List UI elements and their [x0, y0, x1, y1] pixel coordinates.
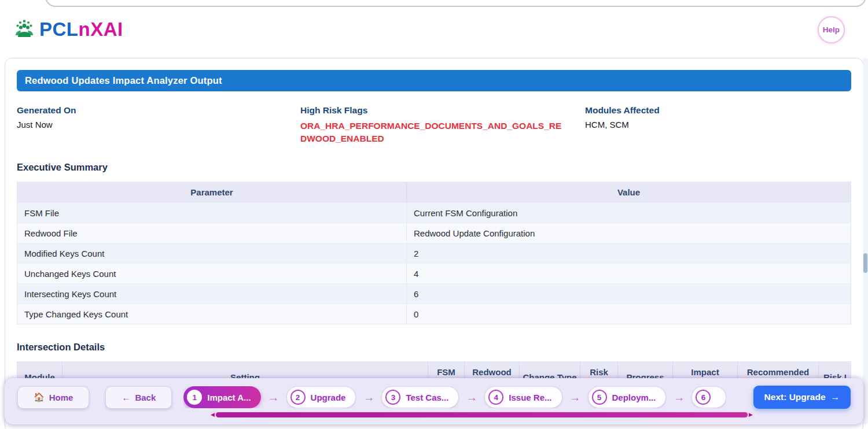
- step-impact-analysis[interactable]: 1 Impact A...: [183, 386, 260, 408]
- home-icon: 🏠: [34, 392, 45, 402]
- table-row: Intersecting Keys Count 6: [17, 283, 851, 304]
- intersection-details-heading: Intersection Details: [17, 342, 851, 353]
- executive-summary-table: Parameter Value FSM File Current FSM Con…: [17, 182, 851, 324]
- step-upgrade[interactable]: 2 Upgrade: [286, 386, 356, 408]
- page-vertical-scrollbar[interactable]: [863, 58, 868, 424]
- logo-text: PCLnXAI: [39, 19, 123, 40]
- next-button-label: Next: Upgrade: [764, 392, 826, 402]
- meta-label: Generated On: [17, 105, 300, 116]
- executive-summary-heading: Executive Summary: [17, 162, 851, 173]
- meta-value: HCM, SCM: [585, 120, 851, 130]
- step-label: Issue Re...: [509, 393, 551, 402]
- app-header: PCLnXAI Help: [0, 6, 868, 53]
- footer-button-row: 🏠 Home ← Back 1 Impact A... → 2 Upgrade …: [17, 386, 851, 409]
- home-button-label: Home: [49, 393, 73, 402]
- step-deployment[interactable]: 5 Deploym...: [588, 386, 667, 408]
- step-arrow-icon: →: [466, 391, 477, 404]
- step-test-cases[interactable]: 3 Test Cas...: [381, 386, 459, 408]
- app-logo: PCLnXAI: [13, 18, 123, 41]
- scroll-right-arrow-icon[interactable]: ▶: [749, 412, 753, 417]
- logo-text-secondary: nXAI: [79, 19, 123, 40]
- help-button[interactable]: Help: [818, 16, 845, 43]
- summary-cell-value: 6: [406, 284, 851, 304]
- step-label: Test Cas...: [406, 393, 448, 402]
- summary-table-header: Parameter Value: [17, 182, 851, 202]
- step-arrow-icon: →: [268, 391, 279, 404]
- step-number: 1: [187, 390, 202, 405]
- meta-value: Just Now: [17, 120, 300, 130]
- stepper-scrollbar-thumb[interactable]: [216, 412, 748, 417]
- meta-high-risk-flags: High Risk Flags ORA_HRA_PERFORMANCE_DOCU…: [300, 105, 585, 145]
- stepper-scrollbar[interactable]: ◀ ▶: [209, 411, 754, 418]
- meta-label: Modules Affected: [585, 105, 851, 116]
- step-issue-resolution[interactable]: 4 Issue Re...: [484, 386, 562, 408]
- meta-generated-on: Generated On Just Now: [17, 105, 300, 145]
- back-button-label: Back: [135, 393, 156, 402]
- report-title-bar: Redwood Updates Impact Analyzer Output: [17, 70, 851, 91]
- summary-cell-value: 2: [406, 243, 851, 263]
- summary-header-parameter: Parameter: [17, 182, 406, 202]
- step-arrow-icon: →: [569, 391, 581, 404]
- summary-cell-parameter: Type Changed Keys Count: [17, 304, 406, 324]
- summary-cell-parameter: Modified Keys Count: [17, 243, 406, 263]
- meta-label: High Risk Flags: [300, 105, 585, 116]
- summary-header-value: Value: [406, 182, 851, 202]
- step-number: 6: [696, 390, 711, 405]
- report-meta-row: Generated On Just Now High Risk Flags OR…: [17, 105, 851, 145]
- table-row: Redwood File Redwood Update Configuratio…: [17, 223, 851, 243]
- step-number: 5: [592, 390, 607, 405]
- step-arrow-icon: →: [673, 391, 685, 404]
- step-label: Deploym...: [612, 393, 656, 402]
- summary-cell-parameter: Redwood File: [17, 223, 406, 243]
- summary-cell-value: 0: [406, 304, 851, 324]
- step-label: Upgrade: [311, 393, 346, 402]
- home-button[interactable]: 🏠 Home: [17, 386, 89, 409]
- back-button[interactable]: ← Back: [105, 386, 172, 409]
- back-arrow-icon: ←: [122, 393, 130, 402]
- logo-icon: [13, 18, 36, 41]
- step-number: 4: [488, 390, 503, 405]
- step-label: Impact A...: [207, 393, 251, 402]
- table-row: Type Changed Keys Count 0: [17, 304, 851, 324]
- high-risk-flag-value: ORA_HRA_PERFORMANCE_DOCUMENTS_AND_GOALS_…: [300, 120, 568, 145]
- table-row: Unchanged Keys Count 4: [17, 263, 851, 283]
- footer-nav-bar: 🏠 Home ← Back 1 Impact A... → 2 Upgrade …: [5, 378, 863, 424]
- summary-cell-parameter: FSM File: [17, 203, 406, 223]
- step-next-clipped[interactable]: 6: [692, 386, 726, 408]
- logo-text-primary: PCL: [39, 19, 79, 40]
- scroll-left-arrow-icon[interactable]: ◀: [211, 412, 215, 417]
- step-number: 3: [385, 390, 400, 405]
- wizard-stepper: 1 Impact A... → 2 Upgrade → 3 Test Cas..…: [183, 386, 726, 408]
- summary-cell-parameter: Unchanged Keys Count: [17, 264, 406, 283]
- next-button[interactable]: Next: Upgrade →: [753, 386, 851, 409]
- summary-table-body: FSM File Current FSM Configuration Redwo…: [17, 202, 851, 324]
- table-row: FSM File Current FSM Configuration: [17, 202, 851, 223]
- report-panel: Redwood Updates Impact Analyzer Output G…: [5, 58, 863, 429]
- summary-cell-value: Redwood Update Configuration: [406, 223, 851, 243]
- summary-cell-parameter: Intersecting Keys Count: [17, 284, 406, 304]
- next-arrow-icon: →: [831, 392, 840, 402]
- summary-cell-value: 4: [406, 264, 851, 283]
- step-number: 2: [290, 390, 306, 405]
- table-row: Modified Keys Count 2: [17, 243, 851, 263]
- meta-modules-affected: Modules Affected HCM, SCM: [585, 105, 851, 145]
- step-arrow-icon: →: [363, 391, 374, 404]
- summary-cell-value: Current FSM Configuration: [406, 203, 851, 223]
- vertical-scrollbar-thumb[interactable]: [863, 253, 867, 273]
